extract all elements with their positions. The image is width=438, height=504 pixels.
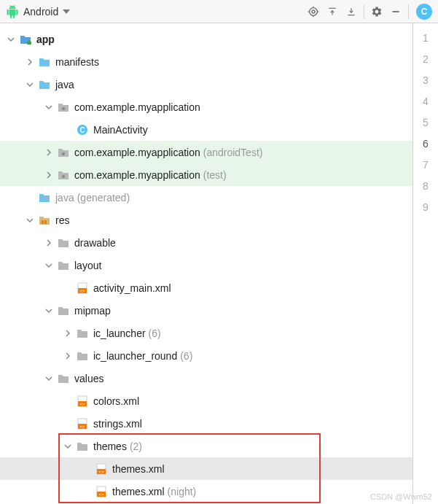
line-number: 1 <box>413 28 438 49</box>
node-ic-launcher[interactable]: ic_launcher (6) <box>0 322 412 344</box>
line-number: 6 <box>413 133 438 155</box>
node-package-test[interactable]: com.example.myapplication (test) <box>0 163 412 186</box>
node-res[interactable]: res <box>0 209 412 231</box>
node-package-androidtest[interactable]: com.example.myapplication (androidTest) <box>0 141 412 163</box>
class-icon: C <box>76 123 89 136</box>
svg-point-15 <box>62 152 65 155</box>
node-label: themes.xml <box>112 463 165 475</box>
folder-icon <box>57 259 70 272</box>
xml-file-icon: <> <box>76 282 89 295</box>
minimize-icon[interactable] <box>386 2 405 21</box>
chevron-right-icon <box>44 170 54 180</box>
svg-text:<>: <> <box>98 492 104 497</box>
svg-text:C: C <box>79 126 85 134</box>
xml-file-icon: <> <box>95 485 108 498</box>
chevron-right-icon <box>25 57 35 67</box>
node-layout[interactable]: layout <box>0 254 412 276</box>
toolbar-title: Android <box>23 6 58 18</box>
node-activity-main[interactable]: <> activity_main.xml <box>0 276 412 299</box>
watermark: CSDN @Wwm52 <box>370 492 432 501</box>
node-label: strings.xml <box>93 418 142 430</box>
node-qualifier: (androidTest) <box>203 147 263 158</box>
line-number: 3 <box>413 70 438 91</box>
package-icon <box>57 146 70 159</box>
editor-gutter: 123456789 <box>413 23 438 504</box>
folder-icon <box>38 55 51 69</box>
svg-text:<>: <> <box>79 289 85 293</box>
node-label: colors.xml <box>93 395 139 407</box>
collapse-icon[interactable] <box>342 2 361 21</box>
package-icon <box>57 101 70 114</box>
svg-text:<>: <> <box>79 424 85 429</box>
folder-icon <box>76 327 89 340</box>
node-ic-launcher-round[interactable]: ic_launcher_round (6) <box>0 344 412 367</box>
node-themes-xml[interactable]: <> themes.xml <box>0 457 412 480</box>
toolbar: Android C <box>0 0 438 23</box>
node-label: com.example.myapplication <box>74 147 200 158</box>
expand-icon[interactable] <box>323 2 342 21</box>
chevron-down-icon <box>25 215 35 225</box>
svg-text:<>: <> <box>98 470 104 474</box>
chevron-down-icon <box>63 441 73 451</box>
chevron-down-icon <box>25 80 35 90</box>
node-mipmap[interactable]: mipmap <box>0 299 412 322</box>
target-icon[interactable] <box>304 2 323 21</box>
node-count: (2) <box>130 441 142 452</box>
chevron-down-icon <box>44 102 54 112</box>
node-app[interactable]: app <box>0 28 412 50</box>
node-drawable[interactable]: drawable <box>0 231 412 254</box>
node-count: (6) <box>149 327 161 339</box>
folder-icon <box>57 372 70 385</box>
folder-icon <box>76 440 89 453</box>
node-label: ic_launcher_round <box>93 350 177 362</box>
node-qualifier: (generated) <box>77 192 130 203</box>
folder-icon <box>38 78 51 91</box>
folder-icon <box>57 304 70 317</box>
node-strings-xml[interactable]: <> strings.xml <box>0 412 412 435</box>
folder-generated-icon <box>38 191 51 204</box>
node-count: (6) <box>180 350 192 362</box>
node-label: res <box>55 214 69 226</box>
svg-point-12 <box>62 107 65 110</box>
node-label: manifests <box>55 56 99 68</box>
node-label: values <box>74 373 103 384</box>
line-number: 2 <box>413 49 438 70</box>
line-number: 8 <box>413 176 438 197</box>
resource-folder-icon <box>38 214 51 227</box>
android-icon <box>6 5 19 18</box>
svg-point-16 <box>62 175 65 178</box>
svg-point-1 <box>312 10 315 13</box>
node-manifests[interactable]: manifests <box>0 50 412 73</box>
node-label: drawable <box>74 237 116 249</box>
node-themes-xml-night[interactable]: <> themes.xml (night) <box>0 480 412 503</box>
node-qualifier: (night) <box>168 486 197 497</box>
gear-icon[interactable] <box>367 2 386 21</box>
node-colors-xml[interactable]: <> colors.xml <box>0 389 412 412</box>
node-qualifier: (test) <box>203 169 227 181</box>
xml-file-icon: <> <box>76 395 89 408</box>
node-label: com.example.myapplication <box>74 101 200 113</box>
dropdown-icon[interactable] <box>63 9 70 14</box>
node-label: mipmap <box>74 305 111 317</box>
node-java-generated[interactable]: java (generated) <box>0 186 412 209</box>
node-label: java <box>55 192 74 203</box>
chevron-down-icon <box>6 34 16 44</box>
node-package[interactable]: com.example.myapplication <box>0 96 412 118</box>
avatar[interactable]: C <box>416 4 432 20</box>
line-number: 9 <box>413 197 438 218</box>
chevron-down-icon <box>44 260 54 271</box>
node-label: ic_launcher <box>93 327 146 339</box>
node-label: activity_main.xml <box>93 282 171 294</box>
node-label: app <box>36 34 55 45</box>
module-icon <box>19 33 32 46</box>
svg-rect-18 <box>44 220 47 224</box>
node-themes[interactable]: themes (2) <box>0 435 412 457</box>
node-java[interactable]: java <box>0 73 412 96</box>
node-values[interactable]: values <box>0 367 412 389</box>
node-main-activity[interactable]: C MainActivity <box>0 118 412 141</box>
chevron-right-icon <box>44 147 54 158</box>
folder-icon <box>57 236 70 249</box>
svg-text:<>: <> <box>79 402 85 406</box>
node-label: MainActivity <box>93 124 148 136</box>
node-label: layout <box>74 260 101 271</box>
